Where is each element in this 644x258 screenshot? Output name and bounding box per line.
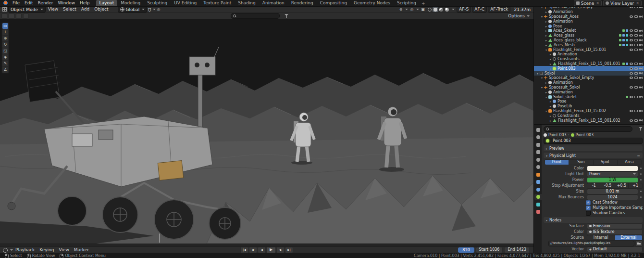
checkbox-multiple-importance-sample[interactable]: ✓ [586, 206, 591, 210]
properties-tab-view-layer[interactable] [534, 149, 542, 155]
camera-toggle-icon[interactable] [639, 44, 643, 46]
camera-toggle-icon[interactable] [639, 34, 643, 37]
disclosure-down-icon[interactable]: ▾ [544, 95, 548, 99]
workspace-tab-uv-editing[interactable]: UV Editing [171, 0, 200, 6]
vector-dropdown[interactable]: ◆ Default [587, 246, 643, 252]
shading-rendered-icon[interactable] [444, 7, 450, 12]
screen-toggle-icon[interactable] [634, 119, 638, 122]
breadcrumb-data[interactable]: Point.003 [576, 133, 594, 137]
tool-setting-icon[interactable] [23, 13, 29, 19]
scale-tool-icon[interactable]: ◱ [2, 48, 8, 54]
disclosure-down-icon[interactable]: ▾ [540, 76, 544, 79]
properties-tab-modifiers[interactable] [534, 179, 542, 185]
light-type-point[interactable]: Point [545, 160, 569, 165]
source-external[interactable]: External [615, 235, 643, 240]
screen-toggle-icon[interactable] [634, 44, 638, 46]
eye-toggle-icon[interactable] [630, 15, 633, 18]
light-unit-dropdown[interactable]: Power [587, 171, 638, 177]
outliner-row-animation[interactable]: ▸Animation [534, 52, 644, 57]
light-color-swatch[interactable] [587, 166, 638, 171]
disclosure-right-icon[interactable]: ▸ [544, 39, 548, 42]
outliner-row-animation[interactable]: ▸Animation [534, 80, 644, 85]
camera-toggle-icon[interactable] [639, 72, 643, 75]
options-dropdown[interactable]: Options [508, 13, 533, 18]
screen-toggle-icon[interactable] [634, 77, 638, 79]
eye-toggle-icon[interactable] [630, 67, 633, 70]
camera-toggle-icon[interactable] [639, 29, 643, 32]
panel-menu-icon[interactable]: ≡ [637, 154, 640, 158]
editor-type-icon[interactable] [2, 7, 7, 12]
keyframe-dot-icon[interactable] [640, 196, 642, 198]
eye-toggle-icon[interactable] [630, 39, 633, 41]
menu-file[interactable]: File [10, 0, 22, 6]
properties-tab-constraints[interactable] [534, 201, 542, 207]
viewport-menu-object[interactable]: Object [92, 6, 111, 13]
outliner-row-animation[interactable]: ▸Animation [534, 19, 644, 24]
disclosure-down-icon[interactable]: ▾ [544, 48, 548, 52]
eye-toggle-icon[interactable] [630, 96, 633, 98]
outliner-row-animation[interactable]: ▸Animation [534, 90, 644, 94]
transform-tool-icon[interactable]: ◈ [2, 54, 8, 60]
disclosure-down-icon[interactable]: ▾ [540, 86, 544, 89]
screen-toggle-icon[interactable] [634, 49, 638, 51]
tool-setting-icon[interactable] [1, 13, 7, 19]
screen-toggle-icon[interactable] [634, 67, 638, 70]
gizmo-toggle-icon[interactable]: ⊕ [398, 6, 404, 13]
stop-adjust-0-5[interactable]: +0.5 [615, 183, 629, 188]
outliner-row-pose[interactable]: ▸Pose [534, 24, 644, 28]
disclosure-right-icon[interactable]: ▸ [548, 67, 553, 70]
outliner-row-spacesuit-aces-empty[interactable]: ▾Spacesuit_Aces_Empty [534, 6, 644, 10]
outliner-row-pose[interactable]: ▸Pose [534, 99, 644, 104]
disclosure-right-icon[interactable]: ▸ [548, 119, 553, 122]
camera-toggle-icon[interactable] [639, 67, 643, 70]
shading-solid-icon[interactable] [433, 7, 438, 12]
outliner-row-constraints[interactable]: ▸Constraints [534, 113, 644, 118]
camera-toggle-icon[interactable] [639, 15, 643, 18]
button-af-s[interactable]: AF-S [457, 6, 471, 13]
camera-toggle-icon[interactable] [639, 77, 643, 79]
outliner-row-animation[interactable]: ▸Animation [534, 10, 644, 14]
workspace-tab-geometry-nodes[interactable]: Geometry Nodes [350, 0, 394, 6]
stop-adjust-0-5[interactable]: -0.5 [601, 183, 615, 188]
tool-setting-icon[interactable] [9, 13, 14, 19]
workspace-tab-compositing[interactable]: Compositing [317, 0, 350, 6]
disclosure-right-icon[interactable]: ▸ [548, 114, 553, 117]
outliner-row-aces-glass[interactable]: ▸Aces_glass [534, 33, 644, 38]
menu-window[interactable]: Window [56, 0, 78, 6]
keyframe-dot-icon[interactable] [640, 168, 642, 169]
outliner-row-flashlight-fenix-ld-15-001-002[interactable]: ▸Flashlight_Fenix_LD_15_001.002 [534, 118, 644, 123]
surface-button[interactable]: Emission [587, 223, 643, 229]
outliner-row-spacesuit-sokol-empty[interactable]: ▾Spacesuit_Sokol_Empty [534, 76, 644, 80]
unlink-view-layer-icon[interactable]: × [636, 1, 639, 5]
disclosure-right-icon[interactable]: ▸ [544, 29, 548, 32]
disclosure-right-icon[interactable]: ▸ [548, 52, 553, 56]
size-field[interactable]: 0.01 m [587, 189, 638, 194]
screen-toggle-icon[interactable] [634, 34, 638, 37]
workspace-tab-sculpting[interactable]: Sculpting [144, 0, 171, 6]
camera-toggle-icon[interactable] [639, 39, 643, 41]
properties-tab-render[interactable] [534, 134, 542, 141]
menu-render[interactable]: Render [36, 0, 56, 6]
light-type-area[interactable]: Area [618, 160, 641, 165]
shading-chevron-icon[interactable] [452, 9, 455, 10]
add-workspace-button[interactable]: + [420, 1, 427, 6]
filter-icon[interactable] [639, 127, 643, 131]
viewport-menu-add[interactable]: Add [79, 6, 92, 13]
button-af-track[interactable]: AF-Track [488, 6, 510, 13]
rotate-tool-icon[interactable]: ↻ [2, 42, 8, 48]
outliner-row-spacesuit-sokol[interactable]: ▾Spacesuit_Sokol [534, 85, 644, 90]
disclosure-right-icon[interactable]: ▸ [544, 10, 548, 13]
node-color-button[interactable]: IES Texture [587, 229, 643, 235]
screen-toggle-icon[interactable] [634, 86, 638, 89]
select-box-tool-icon[interactable]: ▭ [2, 23, 8, 29]
keyframe-dot-icon[interactable] [640, 173, 642, 175]
camera-toggle-icon[interactable] [639, 96, 643, 98]
light-type-spot[interactable]: Spot [594, 160, 618, 165]
outliner-row-aces-skelet[interactable]: ▸Aces_Skelet [534, 28, 644, 33]
breadcrumb-object[interactable]: Point.003 [548, 133, 567, 137]
eye-toggle-icon[interactable] [630, 49, 633, 51]
disclosure-right-icon[interactable]: ▸ [544, 81, 548, 84]
checkbox-cast-shadow[interactable]: ✓ [586, 200, 591, 205]
proportional-editing-icon[interactable]: ◎ [156, 6, 161, 13]
camera-toggle-icon[interactable] [639, 63, 643, 65]
